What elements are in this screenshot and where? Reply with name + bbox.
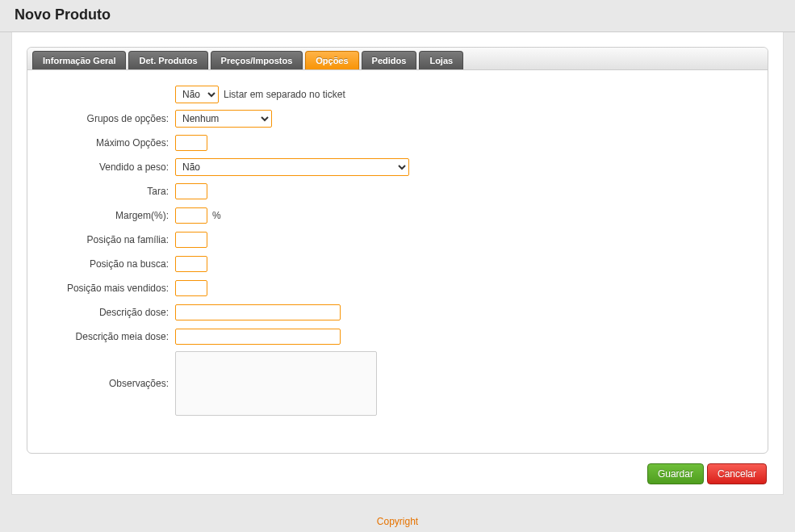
observacoes-textarea[interactable]	[175, 351, 377, 416]
margem-input[interactable]	[175, 207, 207, 224]
listar-separado-text: Listar em separado no ticket	[224, 89, 345, 100]
label-posicao-familia: Posição na família:	[42, 234, 175, 245]
posicao-familia-input[interactable]	[175, 232, 207, 248]
footer: Copyright ZoneSoft, Lda - ZSRestWeb	[0, 506, 795, 532]
row-margem: Margem(%): %	[42, 206, 753, 225]
row-posicao-familia: Posição na família:	[42, 230, 753, 249]
descricao-meia-input[interactable]	[175, 329, 341, 345]
tab-informacao-geral[interactable]: Informação Geral	[32, 51, 126, 69]
tara-input[interactable]	[175, 183, 207, 199]
row-tara: Tara:	[42, 182, 753, 201]
margem-suffix: %	[212, 210, 221, 221]
page-header: Novo Produto	[0, 0, 795, 32]
label-margem: Margem(%):	[42, 210, 175, 221]
label-descricao-meia: Descrição meia dose:	[42, 331, 175, 342]
form-body: Não Listar em separado no ticket Grupos …	[27, 70, 768, 425]
tab-pedidos[interactable]: Pedidos	[362, 51, 417, 69]
footer-company: ZoneSoft, Lda - ZSRestWeb	[0, 529, 795, 532]
label-observacoes: Observações:	[42, 378, 175, 389]
tab-precos-impostos[interactable]: Preços/Impostos	[211, 51, 303, 69]
label-maximo-opcoes: Máximo Opções:	[42, 137, 175, 149]
app-window: Novo Produto Informação Geral Det. Produ…	[0, 0, 795, 532]
row-listar-separado: Não Listar em separado no ticket	[42, 85, 753, 104]
label-descricao-dose: Descrição dose:	[42, 307, 175, 318]
row-descricao-dose: Descrição dose:	[42, 303, 753, 322]
save-button[interactable]: Guardar	[647, 463, 704, 484]
label-vendido-peso: Vendido a peso:	[42, 161, 175, 173]
vendido-peso-select[interactable]: Não	[175, 158, 409, 176]
button-row: Guardar Cancelar	[27, 454, 768, 484]
grupos-opcoes-select[interactable]: Nenhum	[175, 110, 272, 128]
row-posicao-busca: Posição na busca:	[42, 254, 753, 274]
row-vendido-peso: Vendido a peso: Não	[42, 157, 753, 177]
tab-det-produtos[interactable]: Det. Produtos	[128, 51, 207, 69]
maximo-opcoes-input[interactable]	[175, 135, 207, 151]
posicao-busca-input[interactable]	[175, 256, 207, 272]
row-descricao-meia: Descrição meia dose:	[42, 327, 753, 346]
content-area: Informação Geral Det. Produtos Preços/Im…	[11, 32, 784, 495]
row-posicao-vendidos: Posição mais vendidos:	[42, 279, 753, 298]
posicao-vendidos-input[interactable]	[175, 280, 207, 296]
label-posicao-vendidos: Posição mais vendidos:	[42, 283, 175, 294]
label-tara: Tara:	[42, 186, 175, 197]
label-grupos-opcoes: Grupos de opções:	[42, 113, 175, 124]
form-panel: Informação Geral Det. Produtos Preços/Im…	[27, 47, 768, 454]
row-grupos-opcoes: Grupos de opções: Nenhum	[42, 109, 753, 128]
tab-opcoes[interactable]: Opções	[305, 51, 358, 69]
tab-lojas[interactable]: Lojas	[419, 51, 463, 69]
row-observacoes: Observações:	[42, 351, 753, 416]
tab-bar: Informação Geral Det. Produtos Preços/Im…	[27, 48, 768, 70]
descricao-dose-input[interactable]	[175, 304, 341, 320]
cancel-button[interactable]: Cancelar	[707, 463, 767, 484]
row-maximo-opcoes: Máximo Opções:	[42, 133, 753, 153]
page-title: Novo Produto	[15, 6, 780, 23]
footer-copyright: Copyright	[0, 514, 795, 529]
listar-separado-select[interactable]: Não	[175, 86, 219, 103]
label-posicao-busca: Posição na busca:	[42, 258, 175, 270]
